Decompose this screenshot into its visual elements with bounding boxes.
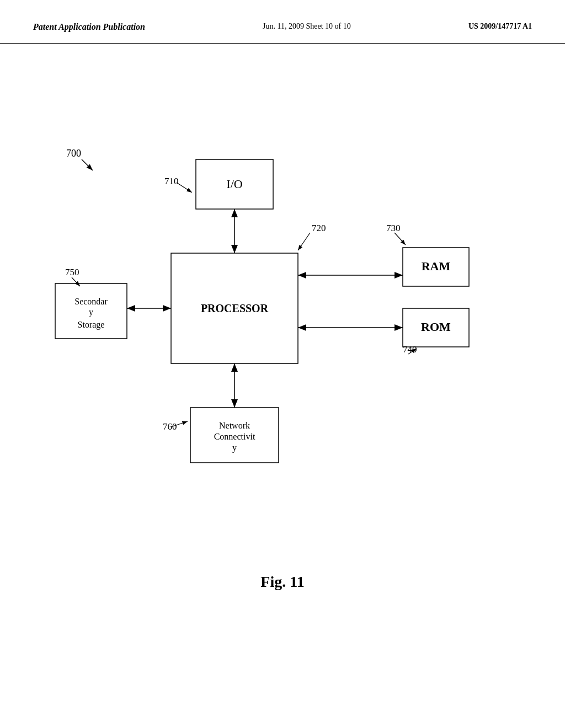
arrow-up-network bbox=[231, 363, 238, 372]
arrow-750 bbox=[72, 277, 80, 286]
network-label-line3: y bbox=[232, 443, 237, 453]
sheet-info: Jun. 11, 2009 Sheet 10 of 10 bbox=[263, 22, 351, 31]
secondary-label-line1: Secondar bbox=[74, 297, 108, 306]
arrow-down-network bbox=[231, 399, 238, 408]
label-720: 720 bbox=[312, 223, 326, 233]
arrow-710 bbox=[177, 183, 192, 192]
arrow-right-secondary bbox=[163, 305, 171, 312]
patent-number: US 2009/147717 A1 bbox=[468, 22, 532, 31]
arrow-700 bbox=[82, 159, 93, 170]
arrow-left-ram bbox=[298, 272, 306, 279]
label-710: 710 bbox=[164, 176, 179, 186]
ram-label: RAM bbox=[422, 259, 451, 273]
network-label-line2: Connectivit bbox=[214, 432, 255, 441]
label-750: 750 bbox=[65, 267, 79, 277]
arrow-right-rom bbox=[395, 324, 403, 331]
block-diagram: 700 710 I/O 720 PROCESSOR 730 RAM 740 bbox=[0, 55, 565, 551]
page-header: Patent Application Publication Jun. 11, … bbox=[0, 0, 565, 44]
arrow-up-io bbox=[231, 209, 238, 217]
arrow-left-secondary bbox=[127, 305, 135, 312]
diagram-area: 700 710 I/O 720 PROCESSOR 730 RAM 740 bbox=[0, 55, 565, 551]
arrow-left-rom bbox=[298, 324, 306, 331]
arrow-730 bbox=[395, 233, 406, 245]
secondary-label-line2: y bbox=[89, 307, 93, 317]
label-760: 760 bbox=[163, 421, 177, 432]
processor-label: PROCESSOR bbox=[201, 302, 269, 314]
figure-caption: Fig. 11 bbox=[0, 573, 565, 591]
label-730: 730 bbox=[386, 223, 401, 233]
secondary-label-line3: Storage bbox=[78, 320, 105, 330]
arrow-right-ram bbox=[395, 272, 403, 279]
arrow-720 bbox=[298, 233, 310, 250]
rom-label: ROM bbox=[421, 320, 451, 334]
network-label-line1: Network bbox=[219, 421, 250, 430]
arrow-down-processor bbox=[231, 245, 238, 253]
io-label: I/O bbox=[226, 177, 242, 191]
publication-label: Patent Application Publication bbox=[33, 22, 145, 32]
label-700: 700 bbox=[66, 148, 81, 159]
